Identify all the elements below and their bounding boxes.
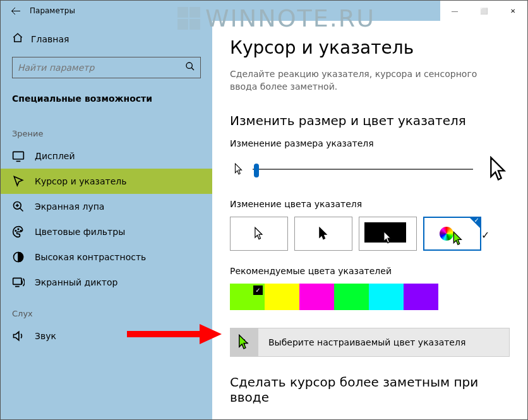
contrast-icon <box>12 251 25 263</box>
home-icon <box>12 32 23 45</box>
svg-rect-1 <box>13 152 24 159</box>
window-buttons: — ⬜ ✕ <box>440 1 527 21</box>
sidebar-item-label: Дисплей <box>35 151 75 161</box>
color-option-custom[interactable]: ✓ <box>423 217 481 251</box>
color-swatch[interactable] <box>334 284 369 310</box>
palette-icon <box>12 225 25 238</box>
sidebar-group-vision: Зрение <box>1 115 212 143</box>
pointer-size-slider-row <box>230 156 510 183</box>
sidebar-item-label: Курсор и указатель <box>35 176 127 186</box>
label-pointer-color: Изменение цвета указателя <box>230 199 510 209</box>
magnifier-icon <box>12 200 25 213</box>
speaker-icon <box>12 330 25 342</box>
svg-point-5 <box>20 231 21 232</box>
section-cursor-visibility: Сделать курсор более заметным при вводе <box>230 375 510 405</box>
sidebar-item-highcontrast[interactable]: Высокая контрастность <box>1 244 212 270</box>
pick-custom-color[interactable]: ＋ Выберите настраиваемый цвет указателя <box>230 328 510 357</box>
color-swatch[interactable] <box>230 284 265 310</box>
titlebar: 🡠 Параметры — ⬜ ✕ <box>1 1 527 21</box>
search-icon <box>185 61 195 74</box>
narrator-icon <box>12 276 25 289</box>
large-cursor-icon <box>487 156 510 183</box>
label-recommended-colors: Рекомендуемые цвета указателей <box>230 266 510 276</box>
maximize-button[interactable]: ⬜ <box>469 1 498 21</box>
checkmark-icon: ✓ <box>474 217 479 224</box>
search-input[interactable] <box>12 57 201 78</box>
sidebar-item-label: Экранный диктор <box>35 277 117 287</box>
color-swatch[interactable] <box>404 284 438 310</box>
minimize-button[interactable]: — <box>440 1 469 21</box>
plus-icon: ＋ <box>231 328 258 356</box>
color-swatch[interactable] <box>265 284 299 310</box>
color-option-black[interactable] <box>294 217 352 251</box>
close-button[interactable]: ✕ <box>498 1 527 21</box>
sidebar-item-display[interactable]: Дисплей <box>1 143 212 169</box>
sidebar-item-magnifier[interactable]: Экранная лупа <box>1 194 212 219</box>
color-swatch[interactable] <box>369 284 404 310</box>
sidebar-item-label: Звук <box>35 331 56 341</box>
color-swatch[interactable] <box>299 284 334 310</box>
sidebar-item-label: Высокая контрастность <box>35 252 146 262</box>
pointer-color-options: ✓ <box>230 217 510 251</box>
pointer-size-slider[interactable] <box>253 169 473 170</box>
small-cursor-icon <box>234 163 244 176</box>
sidebar-item-colorfilters[interactable]: Цветовые фильтры <box>1 219 212 244</box>
cursor-icon <box>12 175 25 188</box>
page-title: Курсор и указатель <box>230 37 510 58</box>
pick-custom-color-label: Выберите настраиваемый цвет указателя <box>258 337 465 347</box>
main-panel: Курсор и указатель Сделайте реакцию указ… <box>212 21 527 419</box>
sidebar-item-label: Экранная лупа <box>35 201 104 212</box>
sidebar-item-cursor[interactable]: Курсор и указатель <box>1 169 212 194</box>
svg-point-4 <box>18 229 19 230</box>
page-description: Сделайте реакцию указателя, курсора и се… <box>230 68 501 93</box>
label-pointer-size: Изменение размера указателя <box>230 138 510 148</box>
home-button[interactable]: Главная <box>1 28 212 49</box>
rainbow-icon <box>440 227 453 241</box>
slider-thumb[interactable] <box>254 164 259 177</box>
sidebar-item-audio[interactable]: Звук <box>1 323 212 349</box>
sidebar: Главная Специальные возможности Зрение Д… <box>1 21 212 419</box>
sidebar-item-narrator[interactable]: Экранный диктор <box>1 270 212 295</box>
sidebar-group-hearing: Слух <box>1 295 212 323</box>
sidebar-item-label: Цветовые фильтры <box>35 227 125 237</box>
recommended-colors <box>230 284 510 310</box>
svg-rect-7 <box>13 278 21 284</box>
window-title: Параметры <box>30 6 75 15</box>
home-label: Главная <box>31 34 69 44</box>
color-option-white[interactable] <box>230 217 288 251</box>
color-option-inverted[interactable] <box>359 217 417 251</box>
section-size-color: Изменить размер и цвет указателя <box>230 113 510 128</box>
category-title: Специальные возможности <box>1 88 212 115</box>
svg-point-3 <box>15 231 16 232</box>
monitor-icon <box>12 150 25 162</box>
svg-point-0 <box>186 63 192 68</box>
search-field[interactable] <box>18 63 185 73</box>
back-button[interactable]: 🡠 <box>6 1 26 21</box>
